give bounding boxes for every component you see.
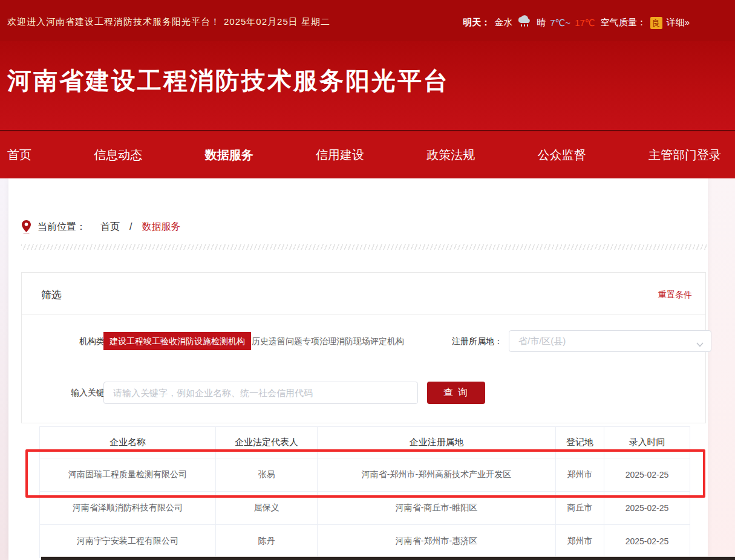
weather-condition: 晴	[537, 17, 546, 28]
footer-edge-bar	[41, 556, 735, 560]
category-option-selected[interactable]: 建设工程竣工验收消防设施检测机构	[103, 332, 251, 350]
site-header: 河南省建设工程消防技术服务阳光平台	[0, 41, 735, 130]
col-registered-location: 企业注册属地	[318, 427, 556, 458]
search-button[interactable]: 查 询	[427, 382, 485, 404]
weather-temp-low: 7℃~	[550, 18, 570, 28]
cell-registered-location: 河南省-郑州市-惠济区	[318, 525, 556, 558]
weather-district: 金水	[494, 17, 512, 28]
main-nav: 首页 信息动态 数据服务 信用建设 政策法规 公众监督 主管部门登录	[0, 130, 735, 178]
weather-detail-link[interactable]: 详细»	[667, 17, 690, 28]
filter-panel-header: 筛选 重置条件	[22, 273, 705, 314]
region-label: 注册所属地：	[430, 330, 503, 352]
cell-registration-place: 郑州市	[556, 525, 604, 558]
cell-registration-place: 商丘市	[556, 492, 604, 525]
breadcrumb-home[interactable]: 首页	[100, 221, 120, 233]
air-quality-badge: 良	[650, 17, 662, 29]
filter-panel: 筛选 重置条件 机构类别： 建设工程竣工验收消防设施检测机构 历史遗留问题专项治…	[21, 272, 706, 423]
filter-title: 筛选	[41, 288, 62, 302]
col-entry-date: 录入时间	[604, 427, 690, 458]
col-legal-representative: 企业法定代表人	[216, 427, 318, 458]
weather-tomorrow-label: 明天：	[463, 17, 490, 28]
cell-company-name: 河南固瑞工程质量检测有限公司	[40, 458, 216, 492]
breadcrumb-label: 当前位置：	[38, 221, 86, 233]
category-option-unselected[interactable]: 历史遗留问题专项治理消防现场评定机构	[252, 330, 404, 352]
region-select-placeholder: 省/市/区(县)	[518, 336, 566, 347]
nav-item-news[interactable]: 信息动态	[94, 147, 142, 163]
cell-entry-date: 2025-02-25	[604, 458, 690, 492]
keyword-input[interactable]	[103, 382, 418, 404]
cell-legal-representative: 陈丹	[216, 525, 318, 558]
nav-item-credit[interactable]: 信用建设	[316, 147, 364, 163]
top-bar: 欢迎进入河南省建设工程消防技术服务阳光平台！ 2025年02月25日 星期二 明…	[0, 0, 735, 41]
nav-item-data-service[interactable]: 数据服务	[205, 147, 253, 163]
page: 欢迎进入河南省建设工程消防技术服务阳光平台！ 2025年02月25日 星期二 明…	[0, 0, 735, 560]
region-select[interactable]: 省/市/区(县)	[509, 330, 711, 352]
nav-item-public-supervision[interactable]: 公众监督	[538, 147, 586, 163]
cloud-drizzle-icon	[517, 15, 532, 31]
cell-legal-representative: 张易	[216, 458, 318, 492]
weather-temp-high: 17℃	[575, 18, 595, 28]
breadcrumb-current: 数据服务	[142, 221, 180, 233]
cell-legal-representative: 屈保义	[216, 492, 318, 525]
slash-divider	[21, 244, 707, 250]
page-bg-left	[0, 178, 8, 560]
breadcrumb: 当前位置： 首页 / 数据服务	[21, 220, 180, 234]
filter-row-keyword: 输入关键字： 查 询	[22, 382, 705, 404]
table-header-row: 企业名称 企业法定代表人 企业注册属地 登记地 录入时间	[40, 427, 690, 458]
table-row[interactable]: 河南固瑞工程质量检测有限公司 张易 河南省-郑州市-郑州高新技术产业开发区 郑州…	[40, 458, 690, 492]
cell-registered-location: 河南省-商丘市-睢阳区	[318, 492, 556, 525]
page-bg-right	[708, 178, 735, 560]
date-text: 2025年02月25日 星期二	[224, 16, 330, 28]
chevron-down-icon	[696, 339, 704, 350]
welcome-text: 欢迎进入河南省建设工程消防技术服务阳光平台！	[7, 16, 220, 28]
cell-entry-date: 2025-02-25	[604, 492, 690, 525]
location-pin-icon	[21, 220, 31, 234]
reset-filters-link[interactable]: 重置条件	[658, 290, 692, 301]
results-table: 企业名称 企业法定代表人 企业注册属地 登记地 录入时间 河南固瑞工程质量检测有…	[39, 426, 690, 558]
site-title: 河南省建设工程消防技术服务阳光平台	[7, 64, 449, 97]
table-row[interactable]: 河南省泽顺消防科技有限公司 屈保义 河南省-商丘市-睢阳区 商丘市 2025-0…	[40, 492, 690, 525]
col-company-name: 企业名称	[40, 427, 216, 458]
col-registration-place: 登记地	[556, 427, 604, 458]
cell-registration-place: 郑州市	[556, 458, 604, 492]
cell-company-name: 河南宇宁安装工程有限公司	[40, 525, 216, 558]
cell-company-name: 河南省泽顺消防科技有限公司	[40, 492, 216, 525]
weather-widget: 明天： 金水 晴 7℃~ 17℃ 空气质量： 良 详细»	[463, 15, 690, 31]
cell-registered-location: 河南省-郑州市-郑州高新技术产业开发区	[318, 458, 556, 492]
filter-row-category: 机构类别： 建设工程竣工验收消防设施检测机构 历史遗留问题专项治理消防现场评定机…	[22, 330, 705, 352]
table-row[interactable]: 河南宇宁安装工程有限公司 陈丹 河南省-郑州市-惠济区 郑州市 2025-02-…	[40, 525, 690, 558]
nav-item-authority-login[interactable]: 主管部门登录	[648, 147, 721, 163]
nav-item-home[interactable]: 首页	[7, 147, 31, 163]
breadcrumb-separator: /	[129, 221, 132, 232]
nav-item-policy[interactable]: 政策法规	[426, 147, 475, 163]
cell-entry-date: 2025-02-25	[604, 525, 690, 558]
air-quality-label: 空气质量：	[601, 17, 646, 28]
